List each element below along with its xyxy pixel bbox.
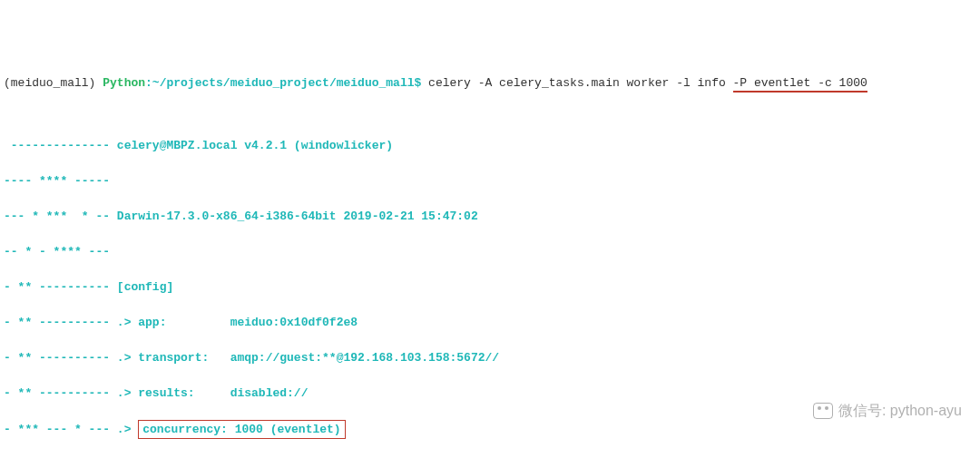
command-prefix: celery -A celery_tasks.main worker -l in… bbox=[421, 76, 732, 90]
prompt-path: :~/projects/meiduo_project/meiduo_mall$ bbox=[145, 76, 421, 90]
banner-line: - ** ---------- .> results: disabled:// bbox=[4, 385, 976, 403]
wechat-watermark: 微信号: python-ayu bbox=[813, 400, 962, 422]
concurrency-highlight-box: concurrency: 1000 (eventlet) bbox=[138, 420, 345, 440]
banner-line: --- * *** * -- Darwin-17.3.0-x86_64-i386… bbox=[4, 208, 976, 226]
banner-line: ---- **** ----- bbox=[4, 172, 976, 190]
wechat-icon bbox=[813, 403, 833, 419]
banner-line: -- * - **** --- bbox=[4, 243, 976, 261]
banner-line: -------------- celery@MBPZ.local v4.2.1 … bbox=[4, 137, 976, 155]
watermark-text: 微信号: python-ayu bbox=[838, 400, 962, 422]
terminal-prompt: (meiduo_mall) Python:~/projects/meiduo_p… bbox=[4, 74, 976, 93]
venv-name: (meiduo_mall) bbox=[4, 76, 95, 90]
prompt-user: Python bbox=[103, 76, 145, 90]
banner-line: - ** ---------- .> app: meiduo:0x10df0f2… bbox=[4, 314, 976, 332]
banner-line: - ** ---------- .> transport: amqp://gue… bbox=[4, 349, 976, 367]
banner-line: - ** ---------- [config] bbox=[4, 278, 976, 297]
command-highlighted-flags: -P eventlet -c 1000 bbox=[733, 76, 867, 93]
banner-line-concurrency: - *** --- * --- .> concurrency: 1000 (ev… bbox=[4, 420, 976, 440]
